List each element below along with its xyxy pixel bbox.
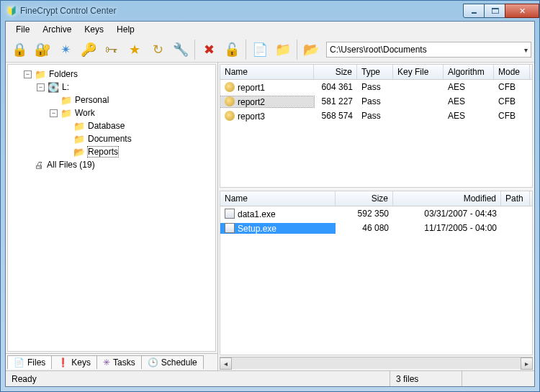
close-button[interactable]: ✕	[505, 4, 539, 18]
tab-label: Schedule	[161, 357, 197, 368]
exe-icon	[225, 223, 235, 233]
toolbar: 🔒🔐✴🔑🗝★↻🔧✖🔓📄📁📂 C:\Users\root\Documents ▾	[6, 37, 534, 63]
col-name[interactable]: Name	[220, 65, 314, 79]
tab-label: Keys	[71, 357, 91, 368]
folder-icon: 📁	[73, 121, 85, 132]
menu-keys[interactable]: Keys	[78, 23, 109, 36]
gear-icon[interactable]: ✴	[55, 39, 76, 60]
tree-label: Documents	[88, 134, 132, 144]
spacer	[63, 148, 71, 156]
tree-allfiles[interactable]: 🖨 All Files (19)	[11, 158, 212, 171]
cell-type: Pass	[357, 82, 393, 92]
alert-icon: ❗	[58, 357, 68, 368]
col-path[interactable]: Path	[501, 191, 530, 206]
star-icon[interactable]: ★	[124, 39, 145, 60]
chevron-down-icon: ▾	[524, 46, 528, 54]
tab-keys[interactable]: ❗ Keys	[51, 355, 97, 369]
col-size[interactable]: Size	[336, 191, 393, 206]
table-row[interactable]: report2581 227PassAESCFB	[220, 94, 532, 109]
spacer	[63, 122, 71, 130]
cell-type: Pass	[357, 96, 393, 106]
title-bar[interactable]: 🔰 FineCrypt Control Center 🗕 🗖 ✕	[1, 1, 539, 21]
wrench-icon[interactable]: 🔧	[170, 39, 192, 60]
grid-header: Name Size Type Key File Algorithm Mode	[220, 65, 532, 80]
lock2-icon[interactable]: 🔐	[32, 39, 53, 60]
app-icon: 🔰	[6, 6, 17, 16]
col-type[interactable]: Type	[357, 65, 393, 79]
status-count: 3 files	[390, 371, 462, 386]
tab-schedule[interactable]: 🕒 Schedule	[141, 355, 204, 369]
delete-icon[interactable]: ✖	[198, 39, 220, 60]
folder-icon: 📁	[60, 108, 72, 119]
tree-label: Folders	[49, 69, 78, 79]
col-modified[interactable]: Modified	[393, 191, 501, 206]
cell-size: 604 361	[314, 82, 357, 92]
grid-body[interactable]: data1.exe592 35003/31/2007 - 04:43Setup.…	[220, 206, 532, 355]
cell-algo: AES	[444, 96, 494, 106]
client-area: File Archive Keys Help 🔒🔐✴🔑🗝★↻🔧✖🔓📄📁📂 C:\…	[5, 21, 535, 387]
col-algorithm[interactable]: Algorithm	[444, 65, 494, 79]
key-icon[interactable]: 🔑	[78, 39, 99, 60]
menu-archive[interactable]: Archive	[37, 23, 77, 36]
collapse-icon[interactable]: −	[37, 83, 45, 91]
right-pane: Name Size Type Key File Algorithm Mode r…	[218, 63, 534, 370]
horizontal-scrollbar[interactable]: ◂ ▸	[220, 357, 533, 369]
tree-work[interactable]: − 📁 Work	[11, 106, 212, 119]
left-pane: − 📁 Folders − 💽 L: 📁 Personal	[6, 63, 218, 370]
tree-documents[interactable]: 📁 Documents	[11, 132, 212, 145]
cell-algo: AES	[444, 82, 494, 92]
collapse-icon[interactable]: −	[24, 70, 32, 78]
col-name[interactable]: Name	[220, 191, 336, 206]
tree-reports[interactable]: 📂 Reports	[11, 145, 212, 158]
drive-icon: 💽	[48, 82, 59, 93]
tree-personal[interactable]: 📁 Personal	[11, 94, 212, 106]
cell-algo: AES	[444, 111, 494, 121]
tree-database[interactable]: 📁 Database	[11, 119, 212, 132]
col-size[interactable]: Size	[314, 65, 357, 79]
report-icon	[225, 96, 235, 106]
table-row[interactable]: report3568 574PassAESCFB	[220, 109, 532, 123]
open-folder-icon[interactable]: 📂	[300, 39, 322, 60]
grid-body[interactable]: report1604 361PassAESCFBreport2581 227Pa…	[220, 80, 532, 187]
cell-mode: CFB	[494, 82, 530, 92]
folder-open-icon: 📂	[73, 147, 85, 158]
maximize-button[interactable]: 🗖	[484, 4, 505, 18]
table-row[interactable]: data1.exe592 35003/31/2007 - 04:43	[220, 206, 532, 221]
tree-label: Reports	[88, 147, 118, 157]
scroll-left-icon[interactable]: ◂	[220, 357, 232, 370]
scroll-right-icon[interactable]: ▸	[521, 357, 533, 370]
tree-drive[interactable]: − 💽 L:	[11, 81, 212, 94]
minimize-button[interactable]: 🗕	[463, 4, 485, 18]
refresh-icon[interactable]: ↻	[147, 39, 168, 60]
lock1-icon[interactable]: 🔒	[9, 39, 30, 60]
tree-label: Personal	[75, 95, 109, 105]
move-icon[interactable]: 📁	[272, 39, 294, 60]
collapse-icon[interactable]: −	[50, 109, 58, 117]
tree-root[interactable]: − 📁 Folders	[11, 68, 212, 81]
cell-mode: CFB	[494, 96, 530, 106]
folder-icon: 📁	[73, 134, 85, 145]
exe-icon	[225, 209, 235, 219]
cell-name: Setup.exe	[220, 223, 336, 234]
tab-tasks[interactable]: ✳ Tasks	[96, 355, 142, 369]
path-combobox[interactable]: C:\Users\root\Documents ▾	[326, 42, 531, 58]
tab-files[interactable]: 📄 Files	[7, 355, 52, 369]
cell-size: 568 574	[314, 111, 357, 121]
col-keyfile[interactable]: Key File	[393, 65, 444, 79]
keys-icon[interactable]: 🗝	[101, 39, 122, 60]
tab-label: Files	[27, 357, 45, 368]
secure-folder-icon[interactable]: 🔓	[221, 39, 243, 60]
folder-tree[interactable]: − 📁 Folders − 💽 L: 📁 Personal	[7, 64, 216, 352]
copy-icon[interactable]: 📄	[249, 39, 271, 60]
source-files-grid: Name Size Modified Path data1.exe592 350…	[220, 191, 533, 355]
file-icon: 📄	[14, 357, 24, 368]
col-mode[interactable]: Mode	[494, 65, 530, 79]
menu-file[interactable]: File	[10, 23, 35, 36]
report-icon	[225, 82, 235, 92]
cell-mode: CFB	[494, 111, 530, 121]
table-row[interactable]: report1604 361PassAESCFB	[220, 80, 532, 94]
menu-help[interactable]: Help	[111, 23, 140, 36]
spacer	[63, 135, 71, 143]
table-row[interactable]: Setup.exe46 08011/17/2005 - 04:00	[220, 221, 532, 235]
status-bar: Ready 3 files	[6, 370, 534, 386]
